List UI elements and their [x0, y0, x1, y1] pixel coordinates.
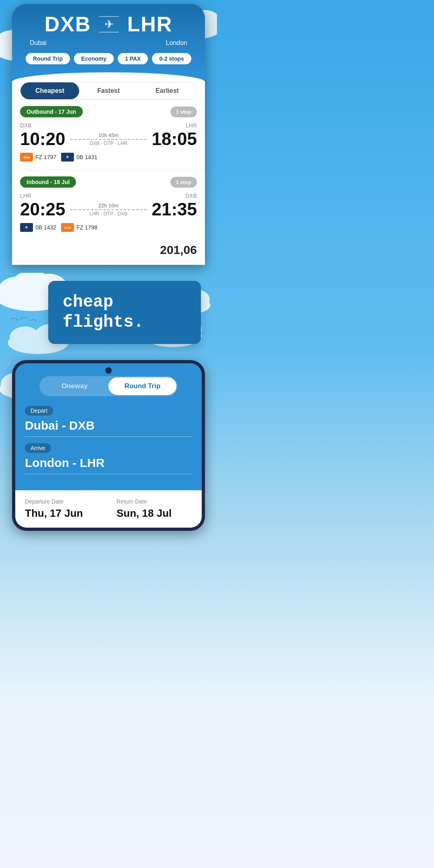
price-text: 201,06 [160, 243, 197, 257]
trip-toggle[interactable]: Oneway Round Trip [39, 376, 178, 396]
outbound-duration: 10h 45m [98, 132, 119, 138]
phone-screen-top: DXB ✈ LHR Dubai London Round Trip [12, 4, 205, 265]
camera-notch [105, 367, 112, 374]
outbound-via: DXB - OTP - LHR [90, 141, 127, 146]
trip-type-tag[interactable]: Round Trip [26, 53, 70, 64]
dates-section: Departure Date Thu, 17 Jun Return Date S… [15, 490, 202, 528]
outbound-logo-2: ✈ [61, 153, 74, 162]
plane-icon-area: ✈ [99, 16, 119, 33]
dates-row: Departure Date Thu, 17 Jun Return Date S… [25, 498, 192, 520]
inbound-flight-1: 0B 1432 [35, 224, 56, 231]
outbound-flight-2: 0B 1431 [76, 154, 97, 160]
tabs-container: Cheapest Fastest Earliest [12, 82, 205, 106]
route-row: DXB ✈ LHR [22, 12, 195, 36]
inbound-logo-1: ✈ [20, 223, 33, 232]
return-date-value[interactable]: Sun, 18 Jul [117, 507, 192, 520]
cheap-flights-text: cheap flights. [63, 293, 144, 332]
price-row: 201,06 [20, 240, 197, 257]
from-city: Dubai [30, 39, 47, 47]
cabin-tag[interactable]: Economy [74, 53, 114, 64]
phone-screen-bottom: Oneway Round Trip Depart Dubai - DXB Arr… [15, 363, 202, 528]
outbound-logo-1: dubai [20, 153, 33, 162]
arrive-field[interactable]: Arrive London - LHR [25, 443, 192, 474]
inbound-flight-2: FZ 1798 [76, 224, 97, 231]
outbound-depart: 10:20 [20, 130, 66, 148]
tab-cheapest[interactable]: Cheapest [20, 82, 79, 99]
outbound-stops: 1 stop [170, 106, 197, 117]
depart-value[interactable]: Dubai - DXB [25, 419, 192, 437]
stops-tag[interactable]: 0-2 stops [152, 53, 191, 64]
plane-dots-top [99, 16, 119, 17]
inbound-to: DXB [185, 192, 197, 199]
return-date-label: Return Date [117, 498, 192, 505]
inbound-airline-1: ✈ 0B 1432 [20, 223, 56, 232]
phone-top: DXB ✈ LHR Dubai London Round Trip [12, 4, 205, 265]
tab-fastest[interactable]: Fastest [79, 82, 138, 99]
outbound-airlines: dubai FZ 1797 ✈ 0B 1431 [20, 153, 197, 162]
tabs: Cheapest Fastest Earliest [20, 82, 197, 100]
inbound-label: Inbound - 18 Jul [20, 176, 76, 188]
outbound-flight-1: FZ 1797 [35, 154, 56, 160]
flights-container: Outbound - 17 Jun 1 stop DXB LHR 10:20 1… [12, 106, 205, 265]
inbound-arrive: 21:35 [151, 201, 197, 218]
inbound-from: LHR [20, 192, 31, 199]
outbound-from: DXB [20, 122, 32, 129]
tab-earliest[interactable]: Earliest [138, 82, 197, 99]
departure-date-field[interactable]: Departure Date Thu, 17 Jun [25, 498, 100, 520]
to-city: London [166, 39, 187, 47]
section-2: Oneway Round Trip Depart Dubai - DXB Arr… [0, 360, 217, 547]
inbound-header: Inbound - 18 Jul 1 stop [20, 176, 197, 188]
banner-container: cheap flights. [0, 281, 217, 344]
plane-dots-bottom [99, 32, 119, 33]
inbound-route-line: 22h 10m LHR - OTP - DXB [70, 203, 147, 217]
outbound-airline-2: ✈ 0B 1431 [61, 153, 97, 162]
arrive-label: Arrive [25, 443, 51, 453]
inbound-times: 20:25 22h 10m LHR - OTP - DXB 21:35 [20, 201, 197, 218]
outbound-airline-1: dubai FZ 1797 [20, 153, 56, 162]
section-1: DXB ✈ LHR Dubai London Round Trip [0, 0, 217, 265]
outbound-header: Outbound - 17 Jun 1 stop [20, 106, 197, 117]
segment-divider [12, 170, 205, 170]
inbound-stops: 1 stop [170, 177, 197, 188]
inbound-dashed [70, 209, 147, 210]
plane-icon: ✈ [104, 18, 114, 31]
oneway-option[interactable]: Oneway [41, 377, 108, 395]
outbound-label: Outbound - 17 Jun [20, 106, 83, 117]
return-date-field[interactable]: Return Date Sun, 18 Jul [117, 498, 192, 520]
depart-label: Depart [25, 406, 53, 416]
page-wrapper: DXB ✈ LHR Dubai London Round Trip [0, 0, 217, 547]
departure-date-value[interactable]: Thu, 17 Jun [25, 507, 100, 520]
depart-field[interactable]: Depart Dubai - DXB [25, 406, 192, 437]
departure-date-label: Departure Date [25, 498, 100, 505]
cheap-flights-banner: cheap flights. [48, 281, 201, 344]
inbound-airlines: ✈ 0B 1432 dubai FZ 1798 [20, 223, 197, 232]
inbound-airports: LHR DXB [20, 192, 197, 199]
outbound-to: LHR [186, 122, 197, 129]
inbound-logo-2: dubai [61, 223, 74, 232]
inbound-depart: 20:25 [20, 201, 66, 218]
outbound-arrive: 18:05 [151, 130, 197, 148]
notch [15, 363, 202, 376]
outbound-dashed [70, 139, 147, 140]
to-code: LHR [127, 12, 172, 36]
inbound-via: LHR - OTP - DXB [90, 211, 127, 217]
inbound-airline-2: dubai FZ 1798 [61, 223, 97, 232]
phone-bottom: Oneway Round Trip Depart Dubai - DXB Arr… [12, 360, 205, 531]
pax-tag[interactable]: 1 PAX [118, 53, 148, 64]
outbound-route-line: 10h 45m DXB - OTP - LHR [70, 132, 147, 146]
outbound-airports: DXB LHR [20, 122, 197, 129]
flight-header: DXB ✈ LHR Dubai London Round Trip [12, 4, 205, 72]
outbound-times: 10:20 10h 45m DXB - OTP - LHR 18:05 [20, 130, 197, 148]
tags-row: Round Trip Economy 1 PAX 0-2 stops [22, 53, 195, 72]
roundtrip-option[interactable]: Round Trip [108, 377, 176, 395]
city-row: Dubai London [22, 39, 195, 47]
arrive-value[interactable]: London - LHR [25, 456, 192, 474]
search-form: Depart Dubai - DXB Arrive London - LHR [15, 406, 202, 490]
from-code: DXB [45, 12, 91, 36]
inbound-duration: 22h 10m [98, 203, 119, 209]
middle-section: cheap flights. [0, 265, 217, 360]
